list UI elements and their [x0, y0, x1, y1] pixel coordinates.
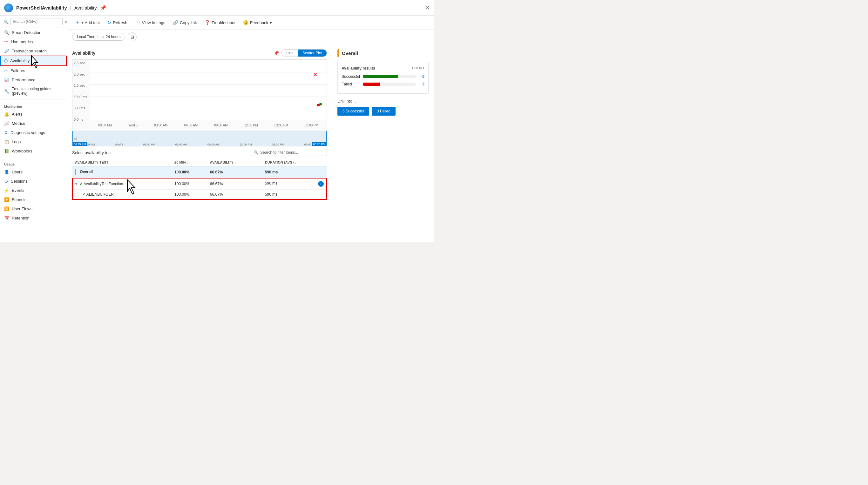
sidebar-item-smart-detection[interactable]: 🔍 Smart Detection [0, 28, 67, 37]
table-row-alienburger[interactable]: ✔ ALIENBURGER 100.00% 66.67% 596 ms [72, 190, 327, 200]
chart-toggle: Line Scatter Plot [281, 49, 327, 57]
mini-time-badge-right: 06:25 PM [312, 142, 327, 146]
mini-x-label-4: 09:00 AM [208, 143, 220, 146]
successful-label: Successful [342, 74, 361, 79]
sidebar-collapse-button[interactable]: « [64, 20, 67, 24]
pin-icon[interactable]: 📌 [100, 5, 106, 11]
chart-plot-area[interactable]: ✕ [90, 60, 327, 121]
sidebar-item-workbooks[interactable]: 📗 Workbooks [0, 147, 67, 156]
drill-successful-button[interactable]: 6 Successful [337, 107, 369, 116]
y-label-0: 2.5 sec [74, 61, 89, 65]
sidebar: 🔍 « 🔍 Smart Detection 〰 Live metrics 🔎 T… [0, 15, 67, 242]
grid-line-0 [90, 60, 327, 60]
col-20min[interactable]: 20 MIN ↕ [172, 159, 208, 166]
alienburger-availability: 66.67% [208, 190, 262, 200]
availability-search-input[interactable]: 🔍 Search to filter items... [251, 149, 327, 156]
scatter-plot-toggle-button[interactable]: Scatter Plot [298, 50, 327, 57]
y-label-5: 0.0ms [74, 118, 89, 121]
chart-pin-icon[interactable]: 📌 [274, 51, 279, 56]
overall-header: Overall [337, 49, 429, 57]
failed-count[interactable]: 3 [418, 82, 425, 87]
sidebar-item-transaction-search[interactable]: 🔎 Transaction search [0, 46, 67, 56]
failed-label: Failed [342, 82, 361, 87]
count-label: COUNT [412, 66, 425, 70]
sidebar-item-events[interactable]: ⚡ Events [0, 186, 67, 195]
sidebar-item-troubleshooting-guides[interactable]: 🔧 Troubleshooting guides (preview) [0, 85, 67, 98]
sidebar-item-availability[interactable]: ⬡ Availability [0, 56, 67, 66]
availability-table: AVAILABILITY TEST ↕ 20 MIN ↕ AVAILABILIT… [72, 159, 327, 200]
copy-link-button[interactable]: 🔗 Copy link [170, 19, 200, 27]
mini-chart-area[interactable]: ◁ 09:00 PM Wed 3 03:00 AM 06:00 AM 09:00… [72, 131, 327, 147]
mini-x-label-5: 12:00 PM [240, 143, 252, 146]
overall-duration: 596 ms [262, 166, 327, 179]
table-row-test-function[interactable]: ▾ ✔ AvailabilityTestFunction... 100.00% … [72, 178, 327, 190]
availability-test-header: Select availability test 🔍 Search to fil… [72, 149, 327, 156]
y-label-1: 2.0 sec [74, 72, 89, 76]
drill-failed-button[interactable]: 3 Failed [372, 107, 396, 116]
sidebar-item-alerts[interactable]: 🔔 Alerts [0, 109, 67, 119]
info-icon[interactable]: i [318, 181, 324, 187]
main-toolbar: ＋ + Add test ↻ Refresh 📄 View in Logs 🔗 … [67, 15, 434, 30]
grid-line-4 [90, 109, 327, 109]
search-input[interactable] [10, 18, 63, 25]
usage-section-label: Usage [0, 159, 67, 167]
sub-toolbar: Local Time: Last 24 hours ⊟ [67, 30, 434, 44]
time-filter-button[interactable]: Local Time: Last 24 hours [72, 33, 125, 41]
retention-icon: 📅 [4, 216, 9, 220]
test-function-availability: 66.67% [208, 178, 262, 190]
sidebar-search-container: 🔍 « [0, 15, 67, 28]
col-test[interactable]: AVAILABILITY TEST ↕ [72, 159, 172, 166]
failure-x-marker[interactable]: ✕ [313, 72, 317, 77]
add-test-button[interactable]: ＋ + Add test [72, 18, 103, 27]
sort-icon-test: ↕ [109, 161, 111, 164]
sidebar-item-funnels[interactable]: 🔽 Funnels [0, 195, 67, 204]
view-in-logs-button[interactable]: 📄 View in Logs [132, 19, 168, 27]
col-availability[interactable]: AVAILABILITY ↕ [208, 159, 262, 166]
refresh-button[interactable]: ↻ Refresh [104, 19, 131, 27]
mini-nav-left-icon[interactable]: ◁ [74, 136, 77, 141]
x-label-2: 03:00 AM [154, 124, 167, 127]
troubleshoot-button[interactable]: ❓ Troubleshoot [202, 19, 239, 27]
feedback-button[interactable]: 🙂 Feedback ▾ [240, 19, 275, 27]
failed-result-row: Failed 3 [342, 82, 425, 87]
sidebar-item-users[interactable]: 👤 Users [0, 167, 67, 176]
sidebar-item-metrics[interactable]: 📈 Metrics [0, 119, 67, 128]
sidebar-label-performance: Performance [12, 77, 35, 82]
overall-availability: 66.67% [208, 166, 262, 179]
view-in-logs-icon: 📄 [135, 20, 141, 25]
sidebar-item-user-flows[interactable]: 🔀 User Flows [0, 204, 67, 214]
metrics-icon: 📈 [4, 121, 9, 126]
x-label-7: 06:00 PM [305, 124, 318, 127]
drill-buttons: 6 Successful 3 Failed [337, 107, 429, 116]
title-bar: PowerShellAvailability | Availability 📌 … [0, 0, 434, 15]
sidebar-item-diagnostic-settings[interactable]: ⚙ Diagnostic settings [0, 128, 67, 137]
funnels-icon: 🔽 [4, 197, 9, 202]
sidebar-item-sessions[interactable]: ⏱ Sessions [0, 176, 67, 186]
mini-x-label-2: 03:00 AM [143, 143, 155, 146]
refresh-icon: ↻ [107, 20, 111, 25]
sort-icon-20min: ↕ [187, 161, 188, 164]
chart-x-labels: 09:00 PM Wed 3 03:00 AM 06:00 AM 09:00 A… [90, 121, 327, 129]
sidebar-item-retention[interactable]: 📅 Retention [0, 214, 67, 223]
search-input-icon: 🔍 [253, 150, 258, 155]
table-row-overall[interactable]: Overall 100.00% 66.67% 596 ms [72, 166, 327, 179]
successful-result-row: Successful 6 [342, 74, 425, 79]
line-toggle-button[interactable]: Line [282, 50, 298, 57]
sidebar-search-icon: 🔍 [3, 20, 8, 24]
y-label-2: 1.5 sec [74, 84, 89, 87]
sidebar-item-live-metrics[interactable]: 〰 Live metrics [0, 37, 67, 46]
search-input-placeholder: Search to filter items... [260, 150, 298, 155]
successful-count[interactable]: 6 [418, 74, 425, 79]
grid-line-3 [90, 97, 327, 97]
workbooks-icon: 📗 [4, 149, 9, 153]
logs-icon: 📋 [4, 139, 9, 144]
live-metrics-icon: 〰 [4, 39, 8, 44]
sidebar-item-logs[interactable]: 📋 Logs [0, 137, 67, 147]
close-button[interactable]: ✕ [425, 5, 430, 11]
expand-icon[interactable]: ▾ [75, 182, 77, 186]
sidebar-item-performance[interactable]: 📊 Performance [0, 75, 67, 85]
overall-color-indicator [75, 169, 76, 175]
col-duration[interactable]: DURATION (AVG) ↕ [262, 159, 327, 166]
filter-icon-button[interactable]: ⊟ [128, 32, 136, 41]
sidebar-item-failures[interactable]: ⚠ Failures [0, 66, 67, 75]
